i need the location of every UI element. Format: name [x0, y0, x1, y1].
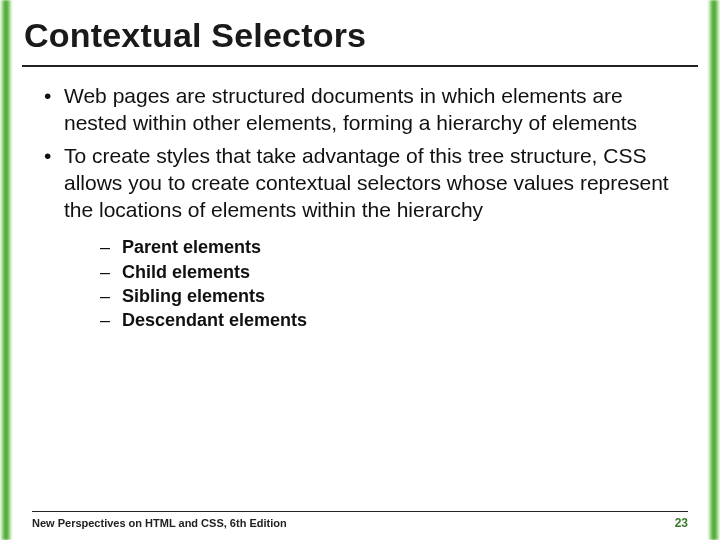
slide-body: Contextual Selectors Web pages are struc… — [12, 0, 708, 540]
slide-title: Contextual Selectors — [22, 14, 698, 65]
sub-bullet-text: Descendant elements — [122, 310, 307, 330]
sub-bullet-item: Child elements — [100, 260, 690, 284]
footer-text: New Perspectives on HTML and CSS, 6th Ed… — [32, 517, 287, 529]
bullet-item: Web pages are structured documents in wh… — [44, 83, 690, 137]
bullet-text: To create styles that take advantage of … — [64, 144, 669, 221]
slide-border-left — [0, 0, 12, 540]
sub-bullet-text: Parent elements — [122, 237, 261, 257]
slide-border-right — [708, 0, 720, 540]
sub-bullet-item: Sibling elements — [100, 284, 690, 308]
sub-bullet-text: Sibling elements — [122, 286, 265, 306]
sub-bullet-item: Parent elements — [100, 235, 690, 259]
sub-bullet-list: Parent elements Child elements Sibling e… — [64, 235, 690, 332]
sub-bullet-item: Descendant elements — [100, 308, 690, 332]
slide-footer: New Perspectives on HTML and CSS, 6th Ed… — [32, 511, 688, 530]
bullet-list: Web pages are structured documents in wh… — [22, 83, 698, 333]
bullet-item: To create styles that take advantage of … — [44, 143, 690, 333]
page-number: 23 — [675, 516, 688, 530]
sub-bullet-text: Child elements — [122, 262, 250, 282]
bullet-text: Web pages are structured documents in wh… — [64, 84, 637, 134]
title-underline — [22, 65, 698, 67]
